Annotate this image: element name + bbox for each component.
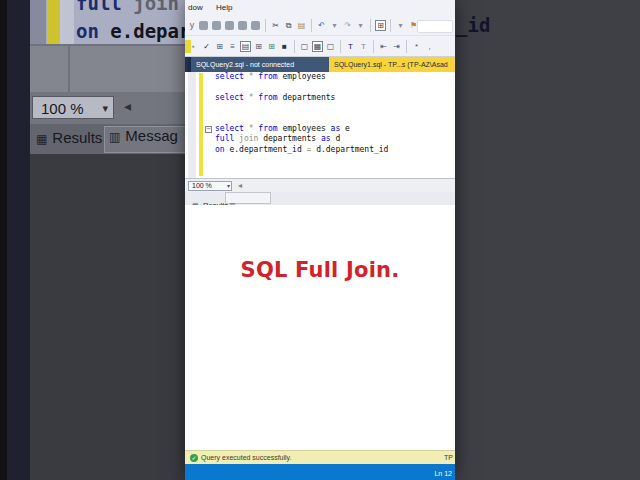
paste-icon[interactable]: ▤ <box>296 20 307 31</box>
code-line[interactable]: select * from employees <box>185 72 455 82</box>
results-text-icon[interactable]: ▢ <box>299 41 310 52</box>
application-status-bar: Ln 12 <box>185 464 455 480</box>
code-token: * <box>244 124 258 133</box>
toolbar-separator <box>390 19 391 32</box>
actual-plan-icon[interactable]: ⊞ <box>253 41 264 52</box>
results-file-icon[interactable]: ▢ <box>325 41 336 52</box>
tab-sqlquery1[interactable]: SQLQuery1.sql - TP...s (TP-AZ\Asad <box>329 57 455 72</box>
background-results-pane <box>30 154 185 480</box>
code-token: select <box>215 93 244 102</box>
undo-dropdown[interactable]: ▾ <box>329 20 340 31</box>
code-token: as <box>321 134 331 143</box>
video-caption: SQL Full Join. <box>185 258 455 282</box>
undo-icon[interactable]: ↶ <box>316 20 327 31</box>
success-check-icon: ✓ <box>190 454 198 462</box>
redo-dropdown[interactable]: ▾ <box>355 20 366 31</box>
live-stats-icon[interactable]: ⊞ <box>266 41 277 52</box>
code-token: select <box>215 124 244 133</box>
menu-item-window-fragment[interactable]: dow <box>188 3 203 12</box>
zoom-value: 100 % <box>192 182 212 189</box>
code-token: from <box>258 93 277 102</box>
toolbar-separator <box>311 19 312 32</box>
intellisense-icon[interactable]: ▤ <box>240 41 251 52</box>
code-line[interactable]: select * from departments <box>185 93 455 103</box>
client-stats-icon[interactable]: ■ <box>279 41 290 52</box>
message-icon: ▥ <box>109 130 120 144</box>
estimated-plan-icon[interactable]: ⊞ <box>214 41 225 52</box>
code-token: e <box>340 124 350 133</box>
bg-code-text: e.depar <box>99 20 185 42</box>
code-token: employees <box>278 124 331 133</box>
code-line[interactable] <box>185 103 455 113</box>
code-token: d.department_id <box>316 145 388 154</box>
editor-zoom-bar: 100 %▾ ◂ <box>185 178 455 193</box>
background-code-fragment: _id <box>456 14 490 36</box>
document-tab-strip: SQLQuery2.sql - not connected SQLQuery1.… <box>185 57 455 72</box>
code-line[interactable]: on e.department_id = d.department_id <box>185 145 455 155</box>
indent-icon[interactable]: ⇥ <box>391 41 402 52</box>
code-token: departments <box>263 134 321 143</box>
tab-sqlquery2[interactable]: SQLQuery2.sql - not connected <box>191 57 329 72</box>
menu-item-help[interactable]: Help <box>216 3 232 12</box>
background-results-tab: ▦Results <box>36 129 102 147</box>
code-token: full <box>215 134 234 143</box>
database-icon-4[interactable] <box>238 21 247 30</box>
standard-toolbar: y✂⧉▤↶▾↷▾⊞▾⚑ <box>185 15 455 36</box>
background-left: full join on e.depar 100 %▾ ◂ ▦Results ▥… <box>0 0 185 480</box>
background-right: _id <box>455 0 640 480</box>
code-token: as <box>331 124 341 133</box>
code-token: join <box>234 134 263 143</box>
outdent-icon[interactable]: ⇤ <box>378 41 389 52</box>
results-tab-strip: ▦ Results ▥ Messages <box>185 192 455 205</box>
results-pane <box>185 205 455 450</box>
background-editor-zoomed: full join on e.depar <box>30 0 185 44</box>
ssms-window: dow Help y✂⧉▤↶▾↷▾⊞▾⚑ ▪✓⊞≡▤⊞⊞■▢▦▢TT⇤⇥*, S… <box>185 0 455 480</box>
toolbar-overflow[interactable]: , <box>424 41 435 52</box>
comment-icon[interactable]: T <box>345 41 356 52</box>
code-line[interactable] <box>185 82 455 92</box>
uncomment-icon[interactable]: T <box>358 41 369 52</box>
query-options-icon[interactable]: ≡ <box>227 41 238 52</box>
background-panel <box>30 46 185 92</box>
toolbar-dropdown[interactable]: ▾ <box>395 20 406 31</box>
copy-icon[interactable]: ⧉ <box>283 20 294 31</box>
background-margin <box>60 0 74 44</box>
query-status-bar: ✓ Query executed successfully. TP <box>185 450 455 464</box>
toolbar-separator <box>406 40 407 53</box>
database-icon-1[interactable] <box>199 21 208 30</box>
database-icon-2[interactable] <box>212 21 221 30</box>
code-line[interactable] <box>185 114 455 124</box>
grid-icon: ▦ <box>36 132 47 146</box>
bg-zoom-value: 100 % <box>41 100 84 117</box>
database-icon-3[interactable] <box>225 21 234 30</box>
sql-code[interactable]: select * from employeesselect * from dep… <box>185 72 455 155</box>
code-line[interactable]: −select * from employees as e <box>185 124 455 134</box>
toolbar-fragment-y[interactable]: y <box>188 20 196 31</box>
results-grid-icon[interactable]: ▦ <box>312 41 323 52</box>
background-code-line-1: full join <box>76 0 179 14</box>
background-gutter <box>30 0 46 44</box>
template-params-icon[interactable]: * <box>411 41 422 52</box>
bg-keyword: full <box>76 0 122 14</box>
code-token: e.department_id <box>225 145 307 154</box>
bg-scroll-left-icon: ◂ <box>124 98 131 114</box>
bg-code-text: join <box>122 0 179 14</box>
code-token: employees <box>278 72 326 81</box>
fold-collapse-icon[interactable]: − <box>205 126 212 133</box>
redo-icon[interactable]: ↷ <box>342 20 353 31</box>
toolbar-separator <box>340 40 341 53</box>
toolbar-separator <box>265 19 266 32</box>
database-icon-5[interactable] <box>251 21 260 30</box>
scroll-left-icon[interactable]: ◂ <box>238 181 242 190</box>
zoom-dropdown[interactable]: 100 %▾ <box>188 181 232 191</box>
toolbar-separator <box>373 40 374 53</box>
partial-icon <box>185 40 191 53</box>
tab-messages[interactable]: ▥ Messages <box>225 192 271 204</box>
code-line[interactable]: full join departments as d <box>185 134 455 144</box>
quick-launch-box[interactable] <box>417 20 453 33</box>
chevron-down-icon: ▾ <box>227 182 230 190</box>
cut-icon[interactable]: ✂ <box>270 20 281 31</box>
parse-query-icon[interactable]: ✓ <box>201 41 212 52</box>
code-token: on <box>215 145 225 154</box>
selection-box-icon[interactable]: ⊞ <box>375 20 386 31</box>
